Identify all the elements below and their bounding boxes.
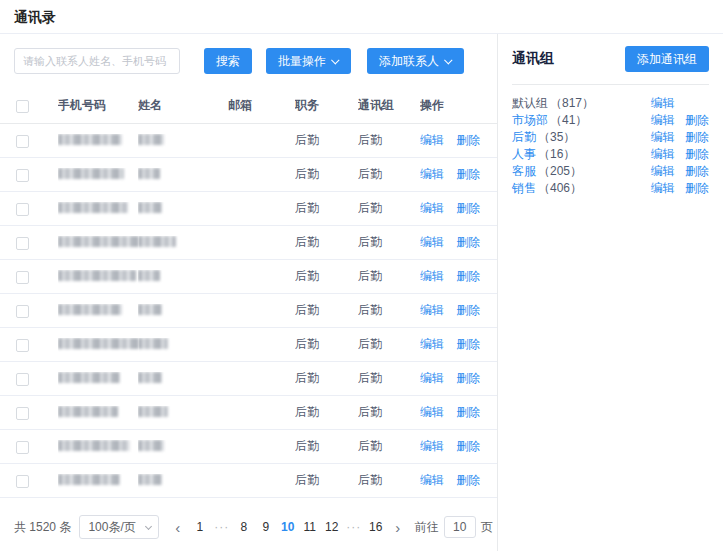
group-name[interactable]: 销售 xyxy=(512,180,536,197)
page-number-8[interactable]: 8 xyxy=(233,513,255,541)
delete-link[interactable]: 删除 xyxy=(456,269,480,283)
group-edit-link[interactable]: 编辑 xyxy=(651,113,675,127)
row-checkbox[interactable] xyxy=(16,135,29,148)
group-name[interactable]: 人事 xyxy=(512,146,536,163)
group-edit-link[interactable]: 编辑 xyxy=(651,147,675,161)
row-checkbox[interactable] xyxy=(16,305,29,318)
edit-link[interactable]: 编辑 xyxy=(420,473,444,487)
table-header-row: 手机号码姓名邮箱职务通讯组操作 xyxy=(0,88,497,124)
edit-link[interactable]: 编辑 xyxy=(420,439,444,453)
edit-link[interactable]: 编辑 xyxy=(420,269,444,283)
page-number-9[interactable]: 9 xyxy=(255,513,277,541)
page-number-10[interactable]: 10 xyxy=(277,513,299,541)
jump-prefix-label: 前往 xyxy=(415,519,439,536)
group-count: （41） xyxy=(550,112,587,129)
row-checkbox[interactable] xyxy=(16,407,29,420)
edit-link[interactable]: 编辑 xyxy=(420,337,444,351)
row-checkbox[interactable] xyxy=(16,237,29,250)
total-count: 共 1520 条 xyxy=(14,519,71,536)
page-number-1[interactable]: 1 xyxy=(189,513,211,541)
delete-link[interactable]: 删除 xyxy=(456,473,480,487)
add-contact-button[interactable]: 添加联系人 xyxy=(367,48,464,74)
name-masked xyxy=(138,406,168,417)
group-name[interactable]: 默认组 xyxy=(512,95,548,112)
delete-link[interactable]: 删除 xyxy=(456,303,480,317)
edit-link[interactable]: 编辑 xyxy=(420,303,444,317)
name-masked xyxy=(138,338,168,349)
table-body: 后勤 后勤 编辑 删除 后勤 后勤 编辑 删除 xyxy=(0,124,497,498)
jump-page-input[interactable] xyxy=(444,516,476,538)
name-masked xyxy=(138,270,160,281)
edit-link[interactable]: 编辑 xyxy=(420,167,444,181)
page-ellipsis[interactable]: ··· xyxy=(343,513,365,541)
contacts-section: 搜索 批量操作 添加联系人 手机号码姓名邮箱职务通讯组操作 xyxy=(0,34,497,551)
group-delete-link[interactable]: 删除 xyxy=(685,181,709,195)
page-number-11[interactable]: 11 xyxy=(299,513,321,541)
edit-link[interactable]: 编辑 xyxy=(420,133,444,147)
select-all-cell xyxy=(0,98,58,112)
search-input[interactable] xyxy=(14,48,180,74)
delete-link[interactable]: 删除 xyxy=(456,337,480,351)
row-group: 后勤 xyxy=(358,234,420,251)
delete-link[interactable]: 删除 xyxy=(456,439,480,453)
delete-link[interactable]: 删除 xyxy=(456,235,480,249)
groups-title: 通讯组 xyxy=(512,50,554,68)
table-row: 后勤 后勤 编辑 删除 xyxy=(0,124,497,158)
row-position: 后勤 xyxy=(295,472,358,489)
page-number-12[interactable]: 12 xyxy=(321,513,343,541)
row-checkbox[interactable] xyxy=(16,271,29,284)
delete-link[interactable]: 删除 xyxy=(456,167,480,181)
phone-masked xyxy=(58,134,122,145)
row-group: 后勤 xyxy=(358,200,420,217)
page-number-16[interactable]: 16 xyxy=(365,513,387,541)
page-size-select[interactable]: 100条/页 xyxy=(79,515,158,539)
group-item: 市场部 （41） 编辑 删除 xyxy=(512,112,709,129)
search-button[interactable]: 搜索 xyxy=(204,48,252,74)
edit-link[interactable]: 编辑 xyxy=(420,405,444,419)
row-checkbox[interactable] xyxy=(16,203,29,216)
row-position: 后勤 xyxy=(295,370,358,387)
group-edit-link[interactable]: 编辑 xyxy=(651,96,675,110)
row-position: 后勤 xyxy=(295,166,358,183)
row-group: 后勤 xyxy=(358,438,420,455)
add-group-button[interactable]: 添加通讯组 xyxy=(625,46,709,72)
row-checkbox[interactable] xyxy=(16,339,29,352)
delete-link[interactable]: 删除 xyxy=(456,405,480,419)
table-row: 后勤 后勤 编辑 删除 xyxy=(0,464,497,498)
group-name[interactable]: 市场部 xyxy=(512,112,548,129)
group-name[interactable]: 后勤 xyxy=(512,129,536,146)
group-item: 客服 （205） 编辑 删除 xyxy=(512,163,709,180)
row-position: 后勤 xyxy=(295,336,358,353)
row-checkbox[interactable] xyxy=(16,373,29,386)
group-edit-link[interactable]: 编辑 xyxy=(651,181,675,195)
row-group: 后勤 xyxy=(358,336,420,353)
name-masked xyxy=(138,168,160,179)
batch-actions-button[interactable]: 批量操作 xyxy=(266,48,351,74)
name-masked xyxy=(138,372,162,383)
delete-link[interactable]: 删除 xyxy=(456,133,480,147)
group-delete-link[interactable]: 删除 xyxy=(685,113,709,127)
edit-link[interactable]: 编辑 xyxy=(420,371,444,385)
phone-masked xyxy=(58,236,138,247)
page-ellipsis[interactable]: ··· xyxy=(211,513,233,541)
edit-link[interactable]: 编辑 xyxy=(420,201,444,215)
select-all-checkbox[interactable] xyxy=(16,100,29,113)
table-row: 后勤 后勤 编辑 删除 xyxy=(0,430,497,464)
group-edit-link[interactable]: 编辑 xyxy=(651,130,675,144)
group-name[interactable]: 客服 xyxy=(512,163,536,180)
toolbar: 搜索 批量操作 添加联系人 xyxy=(0,34,497,88)
group-edit-link[interactable]: 编辑 xyxy=(651,164,675,178)
row-checkbox[interactable] xyxy=(16,169,29,182)
group-delete-link[interactable]: 删除 xyxy=(685,130,709,144)
next-page-button[interactable]: › xyxy=(387,513,409,541)
add-group-label: 添加通讯组 xyxy=(637,51,697,68)
group-delete-link[interactable]: 删除 xyxy=(685,164,709,178)
row-checkbox[interactable] xyxy=(16,475,29,488)
delete-link[interactable]: 删除 xyxy=(456,201,480,215)
prev-page-button[interactable]: ‹ xyxy=(167,513,189,541)
delete-link[interactable]: 删除 xyxy=(456,371,480,385)
group-delete-link[interactable]: 删除 xyxy=(685,147,709,161)
table-row: 后勤 后勤 编辑 删除 xyxy=(0,158,497,192)
row-checkbox[interactable] xyxy=(16,441,29,454)
edit-link[interactable]: 编辑 xyxy=(420,235,444,249)
